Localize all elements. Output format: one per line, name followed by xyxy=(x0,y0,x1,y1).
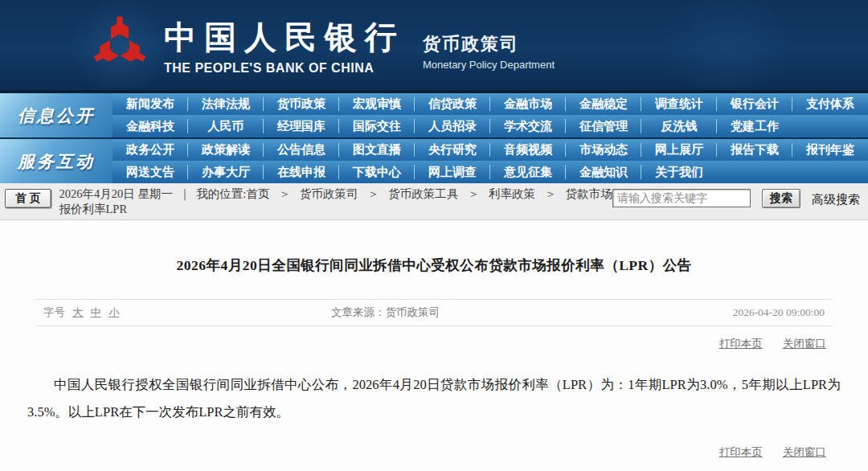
breadcrumb-policy-tools[interactable]: 货币政策工具 xyxy=(388,187,458,200)
nav-item[interactable]: 公告信息 xyxy=(264,139,339,161)
nav-item[interactable]: 征信管理 xyxy=(566,115,641,137)
nav-item[interactable]: 图文直播 xyxy=(339,139,415,161)
nav-item[interactable]: 金融市场 xyxy=(490,93,566,115)
nav-item[interactable]: 法律法规 xyxy=(188,93,264,115)
breadcrumb-rate-policy[interactable]: 利率政策 xyxy=(489,187,535,200)
search-input[interactable] xyxy=(612,189,751,207)
article-actions-top: 打印本页 关闭窗口 xyxy=(42,337,826,351)
article-actions-bottom: 打印本页 关闭窗口 xyxy=(42,445,826,460)
font-size-small[interactable]: 小 xyxy=(108,305,120,320)
search-button[interactable]: 搜索 xyxy=(762,189,800,208)
breadcrumb-home[interactable]: 首页 xyxy=(246,187,269,200)
article-title: 2026年4月20日全国银行间同业拆借中心受权公布贷款市场报价利率（LPR）公告 xyxy=(0,220,868,275)
nav-item[interactable]: 人民币 xyxy=(188,115,264,137)
position-prefix: 我的位置: xyxy=(196,187,246,200)
pboc-logo-icon xyxy=(90,15,149,75)
chevron-separator-icon: ＞ xyxy=(367,187,379,200)
nav-item[interactable]: 党建工作 xyxy=(717,115,792,137)
current-date: 2026年4月20日 星期一 xyxy=(59,187,173,200)
nav-row: 金融科技 人民币 经理国库 国际交往 人员招录 学术交流 征信管理 反洗钱 党建… xyxy=(113,115,868,137)
print-page-link[interactable]: 打印本页 xyxy=(719,446,763,458)
close-window-link[interactable]: 关闭窗口 xyxy=(783,446,826,458)
font-size-controls: 字号 大 中 小 xyxy=(43,305,220,320)
nav-item[interactable]: 网送文告 xyxy=(113,161,188,183)
nav-item[interactable]: 央行研究 xyxy=(415,139,490,161)
nav-item[interactable]: 人员招录 xyxy=(415,115,490,137)
source-label: 文章来源： xyxy=(331,306,386,318)
nav-item[interactable]: 调查统计 xyxy=(641,93,717,115)
nav-menu: 新闻发布 法律法规 货币政策 宏观审慎 信贷政策 金融市场 金融稳定 调查统计 … xyxy=(113,93,868,137)
nav-item[interactable]: 信贷政策 xyxy=(415,93,490,115)
nav-item[interactable]: 下载中心 xyxy=(339,161,415,183)
nav-item[interactable]: 反洗钱 xyxy=(641,115,717,137)
nav-menu: 政务公开 政策解读 公告信息 图文直播 央行研究 音频视频 市场动态 网上展厅 … xyxy=(113,139,868,183)
nav-section-services: 服务互动 政务公开 政策解读 公告信息 图文直播 央行研究 音频视频 市场动态 … xyxy=(0,139,868,183)
main-nav: 信息公开 新闻发布 法律法规 货币政策 宏观审慎 信贷政策 金融市场 金融稳定 … xyxy=(0,93,868,183)
nav-item[interactable]: 网上调查 xyxy=(415,161,490,183)
article-meta-bar: 字号 大 中 小 文章来源：货币政策司 2026-04-20 09:00:00 xyxy=(35,299,833,326)
search-area: 搜索 高级搜索 xyxy=(612,186,860,208)
site-header: 中国人民银行 THE PEOPLE'S BANK OF CHINA 货币政策司 … xyxy=(0,0,868,93)
close-window-link[interactable]: 关闭窗口 xyxy=(783,338,826,350)
chevron-separator-icon: ＞ xyxy=(545,187,557,200)
chevron-separator-icon: ＞ xyxy=(279,187,291,200)
nav-item[interactable]: 政务公开 xyxy=(113,139,188,161)
nav-item[interactable]: 音频视频 xyxy=(490,139,566,161)
nav-item[interactable]: 金融知识 xyxy=(566,161,641,183)
article-datetime: 2026-04-20 09:00:00 xyxy=(733,306,825,319)
department-name-cn: 货币政策司 xyxy=(423,32,555,56)
nav-item[interactable]: 办事大厅 xyxy=(188,161,264,183)
nav-section-label-info-disclosure[interactable]: 信息公开 xyxy=(0,93,113,137)
nav-item[interactable]: 金融科技 xyxy=(113,115,188,137)
home-button[interactable]: 首 页 xyxy=(5,189,51,208)
bank-name-block: 中国人民银行 THE PEOPLE'S BANK OF CHINA xyxy=(164,15,405,76)
article-source: 文章来源：货币政策司 xyxy=(220,305,733,320)
breadcrumb-dept[interactable]: 货币政策司 xyxy=(300,187,358,200)
font-size-label: 字号 xyxy=(43,305,65,320)
font-size-large[interactable]: 大 xyxy=(72,305,84,320)
nav-item[interactable]: 意见征集 xyxy=(490,161,566,183)
department-block: 货币政策司 Monetary Policy Department xyxy=(423,19,555,71)
nav-row: 政务公开 政策解读 公告信息 图文直播 央行研究 音频视频 市场动态 网上展厅 … xyxy=(113,139,868,161)
chevron-separator-icon: ＞ xyxy=(468,187,480,200)
breadcrumb: 2026年4月20日 星期一 ｜ 我的位置:首页 ＞ 货币政策司 ＞ 货币政策工… xyxy=(59,186,613,217)
source-value: 货币政策司 xyxy=(386,306,440,318)
font-size-medium[interactable]: 中 xyxy=(91,305,102,320)
nav-section-info-disclosure: 信息公开 新闻发布 法律法规 货币政策 宏观审慎 信贷政策 金融市场 金融稳定 … xyxy=(0,93,868,137)
print-page-link[interactable]: 打印本页 xyxy=(719,338,763,350)
nav-item[interactable]: 国际交往 xyxy=(339,115,415,137)
nav-row: 网送文告 办事大厅 在线申报 下载中心 网上调查 意见征集 金融知识 关于我们 xyxy=(113,161,868,183)
nav-item[interactable]: 关于我们 xyxy=(641,161,717,183)
nav-item[interactable]: 新闻发布 xyxy=(113,93,188,115)
breadcrumb-divider: ｜ xyxy=(179,187,190,200)
nav-item[interactable]: 货币政策 xyxy=(264,93,339,115)
article-body: 中国人民银行授权全国银行间同业拆借中心公布，2026年4月20日贷款市场报价利率… xyxy=(27,371,841,426)
nav-item[interactable]: 金融稳定 xyxy=(566,93,641,115)
nav-item[interactable]: 政策解读 xyxy=(188,139,264,161)
department-name-en: Monetary Policy Department xyxy=(423,59,555,71)
nav-item[interactable]: 报刊年鉴 xyxy=(792,139,868,161)
nav-item[interactable]: 宏观审慎 xyxy=(339,93,415,115)
bank-name-cn: 中国人民银行 xyxy=(164,15,405,59)
nav-item[interactable]: 市场动态 xyxy=(566,139,641,161)
advanced-search-link[interactable]: 高级搜索 xyxy=(812,192,860,207)
nav-section-label-services[interactable]: 服务互动 xyxy=(0,139,113,183)
nav-row: 新闻发布 法律法规 货币政策 宏观审慎 信贷政策 金融市场 金融稳定 调查统计 … xyxy=(113,93,868,115)
article-panel: 2026年4月20日全国银行间同业拆借中心受权公布贷款市场报价利率（LPR）公告… xyxy=(0,220,868,471)
nav-item[interactable]: 报告下载 xyxy=(717,139,792,161)
nav-item[interactable]: 网上展厅 xyxy=(641,139,717,161)
nav-item[interactable]: 经理国库 xyxy=(264,115,339,137)
nav-item[interactable]: 在线申报 xyxy=(264,161,339,183)
nav-item[interactable]: 学术交流 xyxy=(490,115,566,137)
breadcrumb-bar: 首 页 2026年4月20日 星期一 ｜ 我的位置:首页 ＞ 货币政策司 ＞ 货… xyxy=(0,183,868,220)
nav-item[interactable]: 支付体系 xyxy=(792,93,868,115)
bank-name-en: THE PEOPLE'S BANK OF CHINA xyxy=(164,61,405,76)
nav-item[interactable]: 银行会计 xyxy=(717,93,792,115)
